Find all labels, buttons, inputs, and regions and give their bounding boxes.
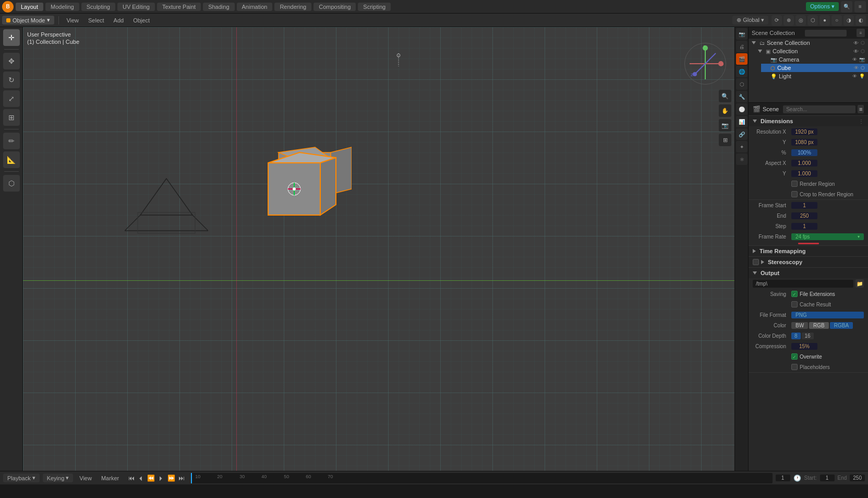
output-path-browse[interactable]: 📁 bbox=[855, 279, 864, 288]
stereoscopy-checkbox[interactable] bbox=[753, 259, 759, 265]
camera-view-btn[interactable]: 📷 bbox=[719, 119, 731, 132]
color-bw-btn[interactable]: BW bbox=[791, 322, 808, 329]
proportional-btn[interactable]: ⊕ bbox=[783, 15, 794, 26]
viewport-gizmo[interactable]: X Y Z bbox=[684, 43, 726, 85]
jump-end-btn[interactable]: ⏭ bbox=[177, 475, 186, 482]
transform-global[interactable]: ⊕ Global ▾ bbox=[732, 16, 768, 25]
move-tool[interactable]: ✥ bbox=[3, 53, 20, 69]
stereoscopy-header[interactable]: Stereoscopy bbox=[749, 257, 868, 267]
output-header[interactable]: Output bbox=[749, 268, 868, 278]
tab-modeling[interactable]: Modeling bbox=[45, 3, 79, 11]
tab-scripting[interactable]: Scripting bbox=[358, 3, 391, 11]
prop-tab-object[interactable]: ⬡ bbox=[736, 78, 748, 90]
current-frame[interactable]: 1 bbox=[776, 475, 790, 481]
start-frame[interactable]: 1 bbox=[820, 475, 835, 481]
prop-options-btn[interactable]: ≡ bbox=[858, 105, 864, 113]
tab-texture-paint[interactable]: Texture Paint bbox=[157, 3, 201, 11]
tab-shading[interactable]: Shading bbox=[203, 3, 234, 11]
visibility-icon[interactable]: 👁 bbox=[853, 40, 859, 46]
view-menu[interactable]: View bbox=[63, 16, 82, 25]
prop-tab-physics[interactable]: ⚛ bbox=[736, 153, 748, 165]
options-button[interactable]: Options ▾ bbox=[806, 2, 839, 11]
camera-visibility[interactable]: 👁 bbox=[852, 57, 857, 62]
playback-menu[interactable]: Playback ▾ bbox=[3, 473, 40, 482]
viewport[interactable]: User Perspective (1) Collection | Cube X… bbox=[23, 27, 734, 471]
resolution-x-value[interactable]: 1920 px bbox=[791, 128, 817, 135]
rotate-tool[interactable]: ↻ bbox=[3, 72, 20, 88]
add-cube-tool[interactable]: ⬡ bbox=[3, 175, 20, 192]
perspective-btn[interactable]: ⊞ bbox=[719, 134, 731, 146]
depth-8-btn[interactable]: 8 bbox=[791, 333, 801, 339]
select-menu[interactable]: Select bbox=[85, 16, 107, 25]
outliner-search[interactable] bbox=[805, 30, 847, 37]
color-rgba-btn[interactable]: RGBA bbox=[830, 322, 853, 329]
overlay-btn[interactable]: ◎ bbox=[795, 15, 806, 26]
shading-btn3[interactable]: ◑ bbox=[843, 15, 854, 26]
play-reverse-btn[interactable]: ⏪ bbox=[146, 475, 156, 482]
outliner-filter[interactable]: ≡ bbox=[857, 29, 865, 37]
output-path-value[interactable]: /tmp\ bbox=[753, 280, 853, 288]
jump-start-btn[interactable]: ⏮ bbox=[127, 475, 136, 482]
crop-render-region-checkbox[interactable] bbox=[791, 191, 798, 197]
shading-btn2[interactable]: ○ bbox=[831, 15, 842, 26]
select-icon[interactable]: ⬡ bbox=[861, 40, 865, 45]
resolution-y-value[interactable]: 1080 px bbox=[791, 139, 817, 146]
search-icon[interactable]: 🔍 bbox=[841, 1, 852, 13]
outliner-scene-collection[interactable]: 🗂 Scene Collection 👁 ⬡ bbox=[749, 39, 868, 47]
collection-render[interactable]: ⬡ bbox=[861, 49, 865, 54]
add-menu[interactable]: Add bbox=[111, 16, 127, 25]
aspect-y-value[interactable]: 1.000 bbox=[791, 170, 817, 177]
outliner-camera[interactable]: 📷 Camera 👁 📷 bbox=[761, 55, 868, 64]
timeline-area[interactable]: 10 20 30 40 50 60 70 bbox=[191, 473, 772, 483]
play-btn[interactable]: ⏵ bbox=[157, 475, 165, 482]
tab-uv-editing[interactable]: UV Editing bbox=[117, 3, 155, 11]
shading-btn[interactable]: ● bbox=[819, 15, 830, 26]
time-remapping-header[interactable]: Time Remapping bbox=[749, 246, 868, 256]
pan-btn[interactable]: ✋ bbox=[719, 104, 731, 117]
prop-tab-data[interactable]: 📊 bbox=[736, 116, 748, 127]
tab-rendering[interactable]: Rendering bbox=[274, 3, 311, 11]
prop-search-input[interactable] bbox=[783, 105, 855, 113]
depth-16-btn[interactable]: 16 bbox=[802, 333, 814, 339]
filter-icon[interactable]: ≡ bbox=[854, 1, 866, 13]
prop-tab-render[interactable]: 📷 bbox=[736, 28, 748, 40]
cube-visibility[interactable]: 👁 bbox=[854, 65, 859, 70]
aspect-x-value[interactable]: 1.000 bbox=[791, 160, 817, 167]
prop-tab-constraint[interactable]: 🔗 bbox=[736, 128, 748, 140]
mode-selector[interactable]: Object Mode ▾ bbox=[2, 16, 54, 25]
resolution-percent-value[interactable]: 100% bbox=[791, 149, 817, 156]
view-btn[interactable]: View bbox=[76, 474, 95, 482]
zoom-in-btn[interactable]: 🔍 bbox=[719, 90, 731, 102]
collection-visibility[interactable]: 👁 bbox=[853, 49, 859, 54]
cache-result-checkbox[interactable] bbox=[791, 301, 798, 307]
prop-tab-output[interactable]: 🖨 bbox=[736, 41, 748, 52]
file-format-btn[interactable]: PNG bbox=[791, 312, 864, 318]
cursor-tool[interactable]: ✛ bbox=[3, 29, 20, 46]
keying-menu[interactable]: Keying ▾ bbox=[43, 473, 74, 482]
outliner-cube[interactable]: ⬡ Cube 👁 ⬡ bbox=[761, 64, 868, 72]
prev-frame-btn[interactable]: ⏴ bbox=[137, 475, 145, 482]
light-visibility[interactable]: 👁 bbox=[852, 74, 857, 79]
annotate-tool[interactable]: ✏ bbox=[3, 133, 20, 149]
transform-tool[interactable]: ⊞ bbox=[3, 109, 20, 126]
image-sequence-checkbox[interactable] bbox=[791, 353, 798, 360]
outliner-light[interactable]: 💡 Light 👁 💡 bbox=[761, 72, 868, 80]
object-menu[interactable]: Object bbox=[130, 16, 153, 25]
marker-btn[interactable]: Marker bbox=[98, 474, 122, 482]
dimensions-options[interactable]: ⋮ bbox=[859, 118, 864, 124]
tab-sculpting[interactable]: Sculpting bbox=[81, 3, 115, 11]
tab-compositing[interactable]: Compositing bbox=[314, 3, 356, 11]
file-extensions-checkbox[interactable] bbox=[791, 291, 798, 297]
end-frame[interactable]: 250 bbox=[850, 475, 865, 481]
prop-tab-modifier[interactable]: 🔧 bbox=[736, 91, 748, 102]
frame-start-value[interactable]: 1 bbox=[791, 202, 817, 209]
prop-tab-scene[interactable]: 🎬 bbox=[736, 53, 748, 65]
render-region-checkbox[interactable] bbox=[791, 181, 798, 187]
tab-layout[interactable]: Layout bbox=[16, 3, 43, 11]
snap-btn[interactable]: ⟳ bbox=[771, 15, 782, 26]
compression-value[interactable]: 15% bbox=[791, 343, 817, 350]
xray-btn[interactable]: ⬡ bbox=[807, 15, 818, 26]
prop-tab-material[interactable]: ⚪ bbox=[736, 103, 748, 115]
frame-rate-btn[interactable]: 24 fps ▾ bbox=[791, 233, 864, 240]
frame-end-value[interactable]: 250 bbox=[791, 212, 817, 219]
